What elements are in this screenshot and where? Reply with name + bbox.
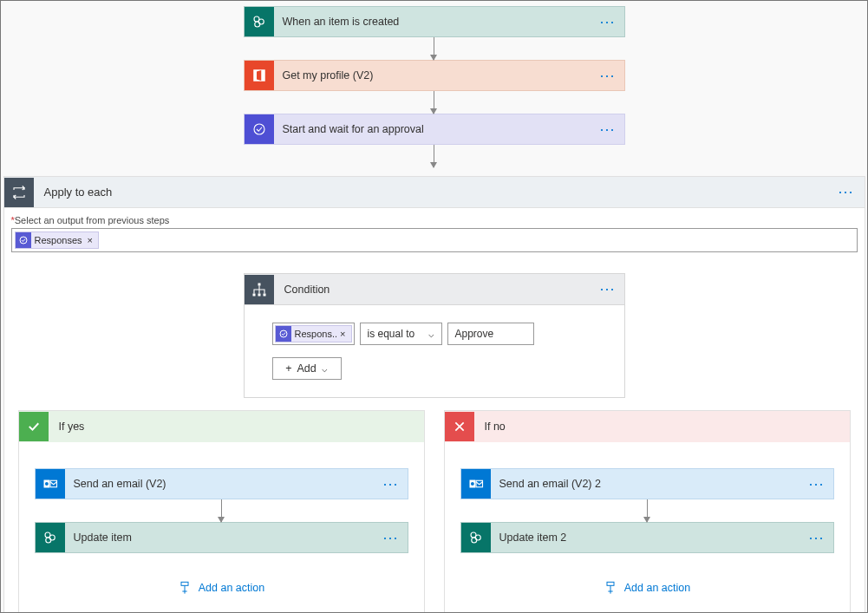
svg-point-4 xyxy=(254,124,264,134)
connector-arrow xyxy=(434,145,434,167)
connector-arrow xyxy=(647,499,648,522)
card-menu-icon[interactable]: ··· xyxy=(374,529,407,547)
token-remove-icon[interactable]: × xyxy=(336,329,350,339)
select-output-label: *Select an output from previous steps xyxy=(11,215,858,225)
responses-token[interactable]: Responses × xyxy=(15,232,99,249)
card-menu-icon[interactable]: ··· xyxy=(799,475,832,493)
card-menu-icon[interactable]: ··· xyxy=(591,67,623,85)
card-menu-icon[interactable]: ··· xyxy=(591,121,623,139)
svg-point-10 xyxy=(280,330,287,337)
svg-rect-9 xyxy=(263,293,265,296)
branch-no-title: If no xyxy=(474,421,516,433)
condition-card: Condition ··· Respons... × xyxy=(244,273,625,398)
action-card-approval[interactable]: Start and wait for an approval ··· xyxy=(244,114,625,145)
email-label: Send an email (V2) xyxy=(65,478,375,490)
svg-point-12 xyxy=(44,482,48,486)
sharepoint-icon xyxy=(245,7,274,36)
office-icon xyxy=(245,61,274,90)
token-label: Respons... xyxy=(295,329,337,339)
card-menu-icon[interactable]: ··· xyxy=(799,529,832,547)
trigger-label: When an item is created xyxy=(274,16,591,28)
card-menu-icon[interactable]: ··· xyxy=(591,13,623,31)
token-approval-icon xyxy=(276,326,291,342)
condition-value-input[interactable]: Approve xyxy=(447,323,534,345)
token-remove-icon[interactable]: × xyxy=(84,235,98,245)
svg-rect-20 xyxy=(476,480,483,487)
add-action-button[interactable]: Add an action xyxy=(604,581,690,595)
svg-point-19 xyxy=(470,482,473,486)
action-card-profile[interactable]: Get my profile (V2) ··· xyxy=(244,60,625,91)
svg-rect-13 xyxy=(50,480,57,487)
approval-label: Start and wait for an approval xyxy=(274,123,591,135)
flow-canvas: When an item is created ··· Get my profi… xyxy=(1,1,867,613)
branch-yes-header: If yes xyxy=(19,411,424,442)
condition-header[interactable]: Condition ··· xyxy=(245,274,624,305)
sharepoint-icon xyxy=(36,523,65,552)
card-menu-icon[interactable]: ··· xyxy=(374,475,407,493)
condition-add-button[interactable]: + Add ⌵ xyxy=(272,357,342,380)
svg-point-5 xyxy=(20,237,27,244)
svg-rect-6 xyxy=(258,283,260,285)
svg-rect-24 xyxy=(607,582,614,585)
action-card-update[interactable]: Update item 2 ··· xyxy=(460,522,834,553)
apply-to-each-body: *Select an output from previous steps Re… xyxy=(4,208,865,613)
token-label: Responses xyxy=(35,235,84,245)
svg-point-23 xyxy=(471,538,476,543)
outlook-icon xyxy=(36,469,65,499)
card-menu-icon[interactable]: ··· xyxy=(591,280,623,298)
card-menu-icon[interactable]: ··· xyxy=(827,183,864,201)
action-card-email[interactable]: Send an email (V2) ··· xyxy=(35,468,408,499)
connector-arrow xyxy=(434,37,434,60)
profile-label: Get my profile (V2) xyxy=(274,69,591,82)
approval-icon xyxy=(245,114,274,144)
condition-left-input[interactable]: Respons... × xyxy=(272,323,355,345)
svg-point-16 xyxy=(45,538,50,543)
apply-to-each-container: Apply to each ··· *Select an output from… xyxy=(3,176,865,613)
update-label: Update item xyxy=(65,531,375,544)
loop-icon xyxy=(4,178,34,207)
branch-yes-title: If yes xyxy=(49,421,95,433)
connector-arrow xyxy=(434,91,434,114)
branch-no-body: Send an email (V2) 2 ··· Update item 2 ·… xyxy=(445,442,850,600)
token-approval-icon xyxy=(16,232,31,248)
action-card-email[interactable]: Send an email (V2) 2 ··· xyxy=(460,468,834,499)
condition-row: Respons... × is equal to ⌵ Approve xyxy=(272,323,597,345)
branch-yes: If yes Send an email (V2) ··· xyxy=(18,410,425,613)
sharepoint-icon xyxy=(461,523,491,552)
add-action-button[interactable]: Add an action xyxy=(178,581,264,595)
apply-to-each-title: Apply to each xyxy=(34,186,828,199)
condition-operator-select[interactable]: is equal to ⌵ xyxy=(360,323,442,345)
svg-rect-8 xyxy=(258,293,260,296)
connector-arrow xyxy=(221,499,222,522)
outlook-icon xyxy=(461,469,491,499)
insert-step-icon xyxy=(604,581,617,595)
update-label: Update item 2 xyxy=(491,531,800,544)
svg-rect-7 xyxy=(252,293,255,296)
condition-branches: If yes Send an email (V2) ··· xyxy=(18,410,851,613)
condition-body: Respons... × is equal to ⌵ Approve xyxy=(245,305,624,397)
check-icon xyxy=(19,412,49,441)
chevron-down-icon: ⌵ xyxy=(322,363,328,375)
apply-to-each-header[interactable]: Apply to each ··· xyxy=(4,177,865,208)
branch-no: If no Send an email (V2) 2 ··· xyxy=(444,410,851,613)
branch-no-header: If no xyxy=(445,411,850,442)
output-token-input[interactable]: Responses × xyxy=(11,228,858,252)
svg-rect-17 xyxy=(181,582,188,585)
close-icon xyxy=(445,412,474,441)
email-label: Send an email (V2) 2 xyxy=(491,478,800,490)
insert-step-icon xyxy=(178,581,192,595)
branch-yes-body: Send an email (V2) ··· Update item ··· xyxy=(19,442,424,600)
trigger-card-sharepoint[interactable]: When an item is created ··· xyxy=(244,6,625,37)
svg-point-2 xyxy=(254,22,259,27)
action-card-update[interactable]: Update item ··· xyxy=(35,522,408,553)
condition-title: Condition xyxy=(274,284,591,296)
chevron-down-icon: ⌵ xyxy=(428,329,434,340)
plus-icon: + xyxy=(285,362,291,375)
condition-icon xyxy=(245,275,274,304)
